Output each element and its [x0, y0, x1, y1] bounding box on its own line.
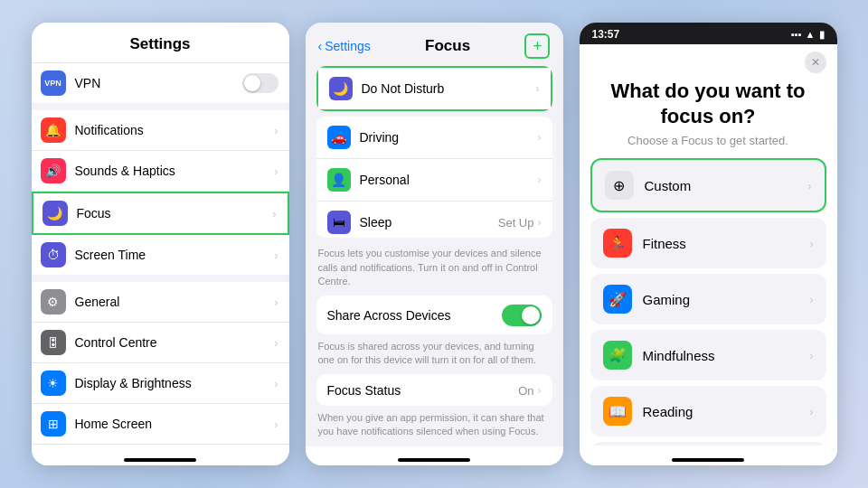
- settings-item-focus[interactable]: 🌙 Focus ›: [32, 192, 289, 235]
- driving-label: Driving: [360, 130, 538, 145]
- share-toggle[interactable]: [502, 305, 542, 326]
- reading-label: Reading: [643, 404, 810, 419]
- settings-item-homescreen[interactable]: ⊞ Home Screen ›: [32, 404, 289, 445]
- focus-label: Focus: [77, 206, 273, 221]
- share-section: Share Across Devices: [316, 296, 552, 333]
- vpn-label: VPN: [75, 76, 242, 90]
- mindfulness-label: Mindfulness: [643, 348, 810, 363]
- focuson-title: What do you want to focus on?: [580, 73, 837, 134]
- reading-icon: 📖: [603, 397, 632, 426]
- dnd-icon: 🌙: [329, 77, 353, 100]
- sleep-icon: 🛏: [327, 211, 351, 234]
- screentime-chevron: ›: [274, 249, 278, 262]
- general-icon: ⚙: [41, 289, 66, 314]
- share-row[interactable]: Share Across Devices: [316, 296, 552, 333]
- statusbar-time: 13:57: [592, 28, 620, 41]
- dnd-item[interactable]: 🌙 Do Not Disturb ›: [318, 68, 551, 109]
- signal-icon: ▪▪▪: [791, 29, 802, 40]
- share-label: Share Across Devices: [327, 308, 502, 323]
- custom-label: Custom: [645, 178, 808, 193]
- driving-icon: 🚗: [327, 126, 351, 149]
- option-custom[interactable]: ⊕ Custom ›: [590, 158, 826, 212]
- settings-item-display[interactable]: ☀ Display & Brightness ›: [32, 363, 289, 404]
- screens-container: Settings VPN VPN 🔔 Notifications ›: [23, 14, 846, 474]
- focus-back-button[interactable]: ‹ Settings: [318, 39, 371, 53]
- close-row: ✕: [580, 44, 837, 73]
- option-reading[interactable]: 📖 Reading ›: [590, 386, 826, 436]
- focuson-options: ⊕ Custom › 🏃 Fitness › 🚀 Gaming › 🧩 Mind: [580, 158, 837, 446]
- settings-item-general[interactable]: ⚙ General ›: [32, 282, 289, 323]
- back-chevron-icon: ‹: [318, 39, 323, 53]
- control-label: Control Centre: [75, 335, 275, 350]
- focus-home-bar: [306, 446, 563, 465]
- gaming-label: Gaming: [643, 292, 810, 307]
- focuson-home-bar: [580, 446, 837, 465]
- dnd-label: Do Not Disturb: [362, 81, 536, 96]
- driving-item[interactable]: 🚗 Driving ›: [316, 117, 552, 159]
- close-button[interactable]: ✕: [805, 52, 826, 73]
- sounds-label: Sounds & Haptics: [75, 164, 275, 178]
- display-icon: ☀: [41, 371, 66, 396]
- option-fitness[interactable]: 🏃 Fitness ›: [590, 218, 826, 268]
- dnd-row[interactable]: 🌙 Do Not Disturb ›: [316, 66, 552, 111]
- focus-back-label: Settings: [325, 39, 371, 53]
- custom-chevron: ›: [807, 179, 811, 192]
- focus-nav: ‹ Settings Focus +: [306, 23, 563, 66]
- status-chevron: ›: [538, 384, 542, 397]
- fitness-chevron: ›: [809, 237, 813, 250]
- sleep-item[interactable]: 🛏 Sleep Set Up ›: [316, 202, 552, 238]
- notifications-label: Notifications: [75, 123, 275, 137]
- personal-label: Personal: [360, 173, 538, 187]
- general-section: ⚙ General › 🎛 Control Centre › ☀ Display…: [32, 282, 289, 446]
- status-row[interactable]: Focus Status On ›: [316, 374, 552, 406]
- notifications-section: 🔔 Notifications › 🔊 Sounds & Haptics › 🌙…: [32, 110, 289, 275]
- settings-item-sounds[interactable]: 🔊 Sounds & Haptics ›: [32, 151, 289, 192]
- screentime-label: Screen Time: [75, 248, 275, 262]
- settings-title: Settings: [32, 23, 289, 63]
- fitness-icon: 🏃: [603, 229, 632, 258]
- notifications-icon: 🔔: [41, 117, 66, 143]
- settings-screen: Settings VPN VPN 🔔 Notifications ›: [32, 23, 289, 465]
- homescreen-label: Home Screen: [75, 417, 275, 431]
- focuson-screen: 13:57 ▪▪▪ ▲ ▮ ✕ What do you want to focu…: [580, 23, 837, 465]
- custom-icon: ⊕: [605, 171, 634, 200]
- settings-list: VPN VPN 🔔 Notifications › 🔊 Sounds & Hap…: [32, 63, 289, 446]
- display-label: Display & Brightness: [75, 376, 275, 390]
- sounds-chevron: ›: [274, 164, 278, 178]
- focus-description: Focus lets you customise your devices an…: [306, 243, 563, 296]
- settings-item-notifications[interactable]: 🔔 Notifications ›: [32, 110, 289, 151]
- focus-add-button[interactable]: +: [524, 33, 550, 59]
- settings-item-vpn[interactable]: VPN VPN: [32, 63, 289, 103]
- close-icon: ✕: [811, 56, 820, 69]
- focus-list: 🚗 Driving › 👤 Personal › 🛏 Sleep Set Up …: [316, 117, 552, 238]
- status-value: On: [518, 384, 533, 398]
- vpn-toggle[interactable]: [242, 73, 278, 93]
- focuson-body: ✕ What do you want to focus on? Choose a…: [580, 44, 837, 446]
- focus-screen: ‹ Settings Focus + 🌙 Do Not Disturb › 🚗 …: [306, 23, 563, 465]
- focus-title: Focus: [425, 37, 470, 55]
- focus-home-bar-indicator: [398, 458, 470, 462]
- settings-item-screentime[interactable]: ⏱ Screen Time ›: [32, 235, 289, 275]
- personal-icon: 👤: [327, 168, 351, 192]
- focus-icon: 🌙: [42, 201, 68, 226]
- option-mindfulness[interactable]: 🧩 Mindfulness ›: [590, 330, 826, 380]
- sounds-icon: 🔊: [41, 158, 66, 183]
- general-label: General: [75, 295, 275, 309]
- wifi-icon: ▲: [806, 29, 816, 40]
- settings-item-control[interactable]: 🎛 Control Centre ›: [32, 323, 289, 363]
- screentime-icon: ⏱: [41, 242, 66, 267]
- focus-chevron: ›: [272, 207, 276, 221]
- focuson-home-bar-indicator: [672, 458, 744, 462]
- share-description: Focus is shared across your devices, and…: [306, 338, 563, 375]
- vpn-section: VPN VPN: [32, 63, 289, 103]
- status-label: Focus Status: [327, 383, 519, 398]
- personal-item[interactable]: 👤 Personal ›: [316, 159, 552, 202]
- vpn-icon: VPN: [41, 70, 66, 96]
- option-gaming[interactable]: 🚀 Gaming ›: [590, 274, 826, 324]
- reading-chevron: ›: [809, 405, 813, 418]
- dnd-chevron: ›: [536, 82, 540, 95]
- add-icon: +: [533, 37, 542, 56]
- control-icon: 🎛: [41, 330, 66, 355]
- battery-icon: ▮: [819, 29, 825, 41]
- home-bar-indicator: [124, 458, 196, 462]
